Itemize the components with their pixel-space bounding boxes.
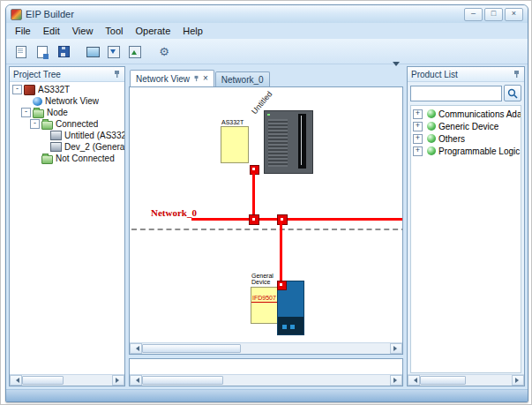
download-icon	[108, 46, 120, 58]
maximize-button[interactable]: □	[484, 8, 503, 21]
tree-item-dev2-device[interactable]: Dev_2 (General	[11, 141, 124, 153]
scroll-left-button[interactable]	[130, 343, 142, 354]
pin-icon[interactable]	[193, 75, 199, 82]
save-button[interactable]	[54, 43, 73, 61]
menu-operate[interactable]: Operate	[130, 24, 177, 38]
scroll-track[interactable]	[142, 375, 390, 386]
product-list-header: Product List	[408, 67, 524, 82]
tree-item-network-view[interactable]: Network View	[11, 95, 124, 107]
tab-network-view[interactable]: Network View ×	[130, 70, 214, 86]
scroll-left-button[interactable]	[10, 375, 22, 386]
device2-port[interactable]	[277, 281, 287, 290]
settings-button[interactable]: ⚙	[154, 43, 174, 61]
export-button[interactable]	[33, 43, 52, 61]
tab-list-dropdown[interactable]	[393, 66, 400, 82]
plc-vent-detail	[268, 119, 288, 167]
left-arrow-icon	[13, 378, 19, 383]
device2-type-line1: General	[251, 273, 273, 279]
product-item-label: Generic Device	[438, 122, 498, 131]
project-tree-hscrollbar[interactable]	[10, 374, 124, 386]
tab-network-0[interactable]: Network_0	[215, 71, 270, 86]
upload-button[interactable]	[125, 43, 145, 61]
tree-item-node[interactable]: - Node	[11, 107, 124, 118]
tree-item-label: Untitled (AS332	[64, 131, 124, 140]
scroll-thumb[interactable]	[142, 376, 223, 385]
scroll-right-button[interactable]	[390, 343, 402, 354]
folder-icon	[41, 155, 53, 164]
main-area: Project Tree - AS332T Network View - N	[6, 64, 528, 389]
download-button[interactable]	[104, 43, 124, 61]
search-button[interactable]	[504, 85, 521, 101]
expander-icon[interactable]: +	[413, 122, 423, 131]
new-button[interactable]	[11, 43, 31, 61]
monitor-button[interactable]	[83, 43, 102, 61]
scroll-thumb[interactable]	[142, 344, 241, 353]
tree-item-root[interactable]: - AS332T	[11, 84, 124, 95]
product-item-communications-adapter[interactable]: + Communications Adapter	[413, 108, 521, 120]
product-list-hscrollbar[interactable]	[408, 374, 524, 386]
scroll-left-button[interactable]	[130, 375, 142, 386]
scroll-thumb[interactable]	[420, 376, 466, 385]
right-arrow-icon	[393, 346, 400, 351]
tree-item-label: Connected	[56, 119, 98, 129]
network-trunk-line[interactable]	[191, 218, 402, 221]
product-item-generic-device[interactable]: + Generic Device	[413, 120, 521, 132]
plc-device-image[interactable]	[264, 110, 313, 174]
scroll-right-button[interactable]	[390, 375, 402, 386]
menu-edit[interactable]: Edit	[37, 24, 66, 38]
tree-item-label: Dev_2 (General	[64, 142, 124, 152]
monitor-icon	[86, 47, 100, 57]
scroll-right-button[interactable]	[512, 375, 524, 386]
save-icon	[58, 46, 70, 57]
network-canvas[interactable]: Untitled AS332T Network_0	[130, 87, 402, 342]
pin-icon[interactable]	[113, 70, 121, 79]
menu-tool[interactable]: Tool	[99, 24, 129, 38]
category-icon	[427, 122, 436, 131]
output-hscrollbar[interactable]	[130, 374, 402, 386]
expander-icon[interactable]: -	[30, 119, 40, 129]
scroll-thumb[interactable]	[22, 376, 64, 385]
scroll-left-button[interactable]	[408, 375, 420, 386]
window-title: EIP Builder	[26, 9, 461, 19]
product-item-programmable-logic-controller[interactable]: + Programmable Logic Cont	[413, 145, 521, 157]
folder-icon	[41, 121, 53, 130]
search-input[interactable]	[410, 86, 502, 101]
network-view-icon	[33, 97, 42, 106]
tree-item-untitled-device[interactable]: Untitled (AS332	[11, 130, 124, 141]
menu-file[interactable]: File	[9, 24, 37, 38]
menu-help[interactable]: Help	[176, 24, 209, 38]
project-tree-title: Project Tree	[13, 70, 113, 79]
close-button[interactable]: ×	[505, 8, 523, 21]
project-tree-panel: Project Tree - AS332T Network View - N	[9, 66, 125, 386]
tree-item-connected[interactable]: - Connected	[11, 118, 124, 130]
project-tree-header: Project Tree	[10, 67, 124, 82]
expander-icon[interactable]: +	[413, 134, 423, 144]
expander-icon[interactable]: +	[413, 146, 423, 156]
scroll-track[interactable]	[142, 343, 390, 354]
title-bar[interactable]: EIP Builder – □ ×	[6, 5, 528, 23]
pin-icon[interactable]	[513, 70, 521, 79]
menu-view[interactable]: View	[66, 24, 100, 38]
right-arrow-icon	[393, 378, 400, 383]
scroll-track[interactable]	[420, 375, 512, 386]
expander-icon[interactable]: -	[21, 108, 31, 117]
product-item-others[interactable]: + Others	[413, 132, 521, 145]
network-node-2[interactable]	[277, 214, 288, 225]
device1-note[interactable]	[221, 126, 249, 163]
output-panel-body[interactable]	[130, 359, 402, 374]
scroll-track[interactable]	[22, 375, 112, 386]
device2-note[interactable]: IFD9507	[251, 287, 279, 324]
tab-close-icon[interactable]: ×	[203, 74, 208, 83]
tree-item-label: Node	[47, 108, 68, 117]
network-node-1[interactable]	[249, 214, 259, 225]
expander-icon[interactable]: +	[413, 109, 423, 119]
device2-name-label: IFD9507	[251, 294, 277, 303]
category-icon	[427, 146, 436, 155]
tree-item-not-connected[interactable]: Not Connected	[11, 153, 124, 164]
scroll-right-button[interactable]	[112, 375, 124, 386]
expander-icon[interactable]: -	[12, 85, 22, 94]
tab-strip: Network View × Network_0	[129, 66, 403, 86]
minimize-button[interactable]: –	[464, 8, 483, 21]
connection-line-device2	[280, 221, 282, 282]
canvas-hscrollbar[interactable]	[130, 342, 402, 354]
